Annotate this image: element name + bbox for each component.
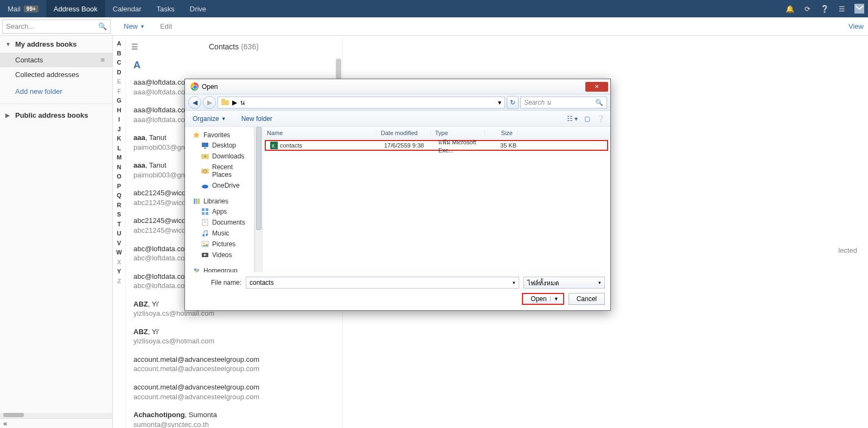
alpha-C[interactable]: C [113, 59, 125, 69]
tree-public-books[interactable]: ▶Public address books [0, 107, 112, 124]
nav-calendar[interactable]: Calendar [105, 0, 149, 17]
organize-button[interactable]: Organize ▼ [190, 113, 228, 125]
side-item-apps[interactable]: Apps [185, 206, 254, 217]
cancel-button[interactable]: Cancel [569, 293, 605, 305]
svg-point-9 [202, 185, 208, 189]
alpha-Q[interactable]: Q [113, 192, 125, 202]
alpha-G[interactable]: G [113, 97, 125, 107]
svg-point-21 [206, 234, 208, 236]
select-all-icon[interactable]: ☰ [131, 42, 138, 51]
close-button[interactable]: ✕ [585, 82, 608, 92]
hamburger-icon[interactable]: ≡ [100, 56, 105, 64]
new-folder-button[interactable]: New folder [239, 113, 275, 125]
alpha-X: X [113, 259, 125, 269]
alpha-Y[interactable]: Y [113, 268, 125, 278]
side-item-videos[interactable]: Videos [185, 250, 254, 260]
svg-point-26 [194, 269, 197, 271]
side-item-desktop[interactable]: Desktop [185, 140, 254, 151]
file-row-contacts[interactable]: x contacts 17/6/2559 9:38 แฟ้ม Microsoft… [265, 140, 608, 151]
nav-address-book[interactable]: Address Book [46, 0, 105, 17]
new-button[interactable]: New▼ [116, 22, 152, 30]
add-folder-link[interactable]: Add new folder [0, 82, 112, 101]
open-button[interactable]: Open▼ [522, 293, 564, 305]
svg-rect-15 [202, 212, 205, 215]
contacts-title: Contacts [209, 42, 239, 51]
chrome-icon [190, 82, 199, 91]
tree-my-address-books[interactable]: ▼My address books [0, 36, 112, 53]
svg-rect-13 [202, 208, 205, 211]
nav-back-button[interactable]: ◀ [188, 96, 201, 109]
alpha-A[interactable]: A [113, 40, 125, 50]
alpha-K[interactable]: K [113, 135, 125, 145]
nav-drive[interactable]: Drive [182, 0, 214, 17]
alpha-O[interactable]: O [113, 173, 125, 183]
alpha-D[interactable]: D [113, 69, 125, 79]
side-group-homegroup[interactable]: Homegroup [185, 265, 254, 272]
help-icon[interactable]: ❔ [816, 0, 833, 17]
collapse-sidebar[interactable]: « [0, 418, 112, 428]
side-item-music[interactable]: Music [185, 228, 254, 239]
tree-item-collected[interactable]: Collected addresses [0, 67, 112, 82]
alpha-B[interactable]: B [113, 50, 125, 60]
side-item-onedrive[interactable]: OneDrive [185, 180, 254, 191]
alpha-T[interactable]: T [113, 221, 125, 231]
svg-marker-3 [193, 132, 200, 138]
view-mode-button[interactable]: ☷ ▾ [567, 115, 578, 123]
alpha-V[interactable]: V [113, 240, 125, 250]
alpha-W[interactable]: W [113, 249, 125, 259]
folder-tree: ▼My address books Contacts≡ Collected ad… [0, 36, 113, 428]
side-group-favorites[interactable]: Favorites [185, 129, 254, 140]
section-letter: A [126, 58, 342, 73]
search-input[interactable]: Search... 🔍 [2, 20, 111, 34]
dialog-search-input[interactable]: Search น 🔍 [520, 97, 607, 108]
alpha-U[interactable]: U [113, 230, 125, 240]
refresh-icon[interactable]: ⟳ [799, 0, 816, 17]
alpha-J[interactable]: J [113, 126, 125, 136]
contact-item[interactable]: account.metal@advancesteelgroup.comaccou… [126, 350, 342, 378]
path-bar[interactable]: ▶น ▾ [218, 97, 505, 108]
edit-button[interactable]: Edit [152, 22, 180, 30]
nav-mail[interactable]: Mail 99+ [0, 0, 46, 17]
contacts-count: (636) [241, 42, 259, 51]
side-group-libraries[interactable]: Libraries [185, 195, 254, 206]
dialog-help-icon[interactable]: ❔ [597, 115, 605, 123]
alpha-H[interactable]: H [113, 107, 125, 117]
alpha-M[interactable]: M [113, 154, 125, 164]
filename-label: File name: [190, 279, 241, 286]
preview-pane-button[interactable]: ▢ [584, 115, 590, 123]
toolbar: Search... 🔍 New▼ Edit View [0, 17, 868, 36]
svg-point-27 [197, 269, 200, 272]
alpha-S[interactable]: S [113, 211, 125, 221]
menu-icon[interactable]: ☰ [833, 0, 851, 17]
dialog-sidebar: FavoritesDesktopDownloadsRecent PlacesOn… [185, 127, 254, 272]
svg-rect-5 [204, 148, 206, 149]
alpha-L[interactable]: L [113, 145, 125, 155]
dialog-search-placeholder: Search น [524, 97, 551, 107]
logo-icon [851, 0, 868, 17]
side-item-recent-places[interactable]: Recent Places [185, 162, 254, 180]
alpha-R[interactable]: R [113, 202, 125, 212]
side-item-downloads[interactable]: Downloads [185, 151, 254, 162]
refresh-path-button[interactable]: ↻ [507, 96, 519, 109]
bell-icon[interactable]: 🔔 [781, 0, 799, 17]
alpha-P[interactable]: P [113, 183, 125, 193]
filename-input[interactable]: contacts▾ [246, 277, 519, 289]
tree-item-contacts[interactable]: Contacts≡ [0, 53, 112, 67]
filetype-select[interactable]: ไฟล์ทั้งหมด▾ [524, 277, 605, 289]
svg-rect-10 [194, 199, 195, 204]
alpha-I[interactable]: I [113, 116, 125, 126]
search-icon[interactable]: 🔍 [595, 99, 603, 106]
search-icon[interactable]: 🔍 [98, 22, 107, 30]
contact-item[interactable]: ABZ, Yi'yizlisoya.cs@hotmail.com [126, 323, 342, 350]
horizontal-scrollbar[interactable] [0, 413, 112, 418]
sidebar-scrollbar[interactable] [254, 127, 263, 272]
side-item-documents[interactable]: Documents [185, 217, 254, 228]
view-button[interactable]: View [848, 22, 868, 30]
nav-tasks[interactable]: Tasks [149, 0, 182, 17]
alpha-N[interactable]: N [113, 164, 125, 174]
nav-fwd-button[interactable]: ▶ [203, 96, 216, 109]
contact-item[interactable]: Achachotipong, Sumontasumonta@synctec.co… [126, 406, 342, 428]
detail-placeholder: lected [838, 246, 857, 254]
contact-item[interactable]: account.metal@advancesteelgroup.comaccou… [126, 378, 342, 406]
side-item-pictures[interactable]: Pictures [185, 239, 254, 250]
